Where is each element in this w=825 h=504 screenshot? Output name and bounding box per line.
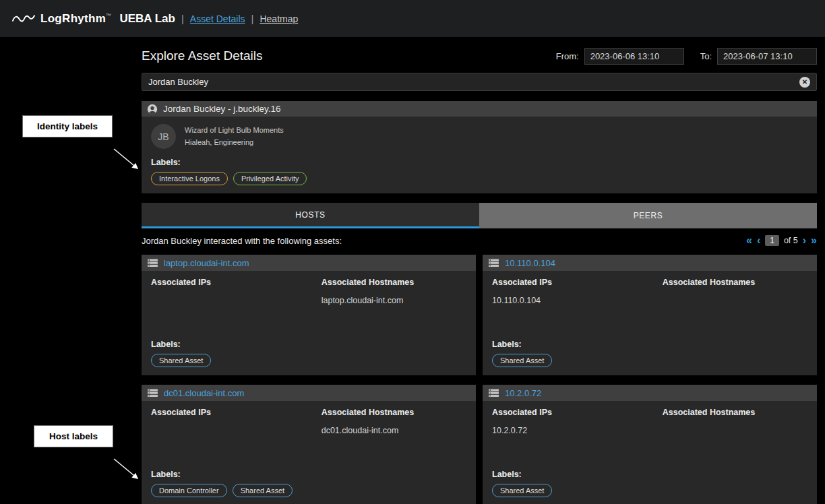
asset-link[interactable]: dc01.cloudai-int.com [164, 388, 244, 398]
identity-location: Hialeah, Engineering [185, 137, 284, 148]
assets-intro-text: Jordan Buckley interacted with the follo… [142, 236, 342, 246]
associated-hostname-value: dc01.cloudai-int.com [322, 426, 466, 436]
search-bar: ✕ [142, 73, 817, 91]
associated-ip-value [151, 296, 322, 306]
from-date-input[interactable] [584, 48, 684, 65]
identity-name: Jordan Buckley - j.buckley.16 [163, 104, 281, 114]
associated-hostnames-heading: Associated Hostnames [663, 278, 807, 287]
date-range-controls: From: To: [556, 48, 817, 65]
associated-ips-heading: Associated IPs [492, 408, 663, 417]
associated-ips-heading: Associated IPs [151, 278, 322, 287]
identity-label-interactive-logons: Interactive Logons [151, 172, 228, 185]
asset-card-10-110-0-104: 10.110.0.104 Associated IPs 10.110.0.104… [483, 255, 817, 375]
logrhythm-logo: LogRhythm™ [12, 12, 111, 26]
clear-search-icon[interactable]: ✕ [799, 77, 810, 88]
search-input[interactable] [148, 77, 799, 87]
to-date-input[interactable] [717, 48, 817, 65]
pagination-next-icon[interactable]: › [803, 235, 806, 246]
associated-ips-heading: Associated IPs [492, 278, 663, 287]
identity-title: Wizard of Light Bulb Moments [185, 125, 284, 136]
identity-card-body: JB Wizard of Light Bulb Moments Hialeah,… [142, 117, 817, 193]
tab-strip: HOSTS PEERS [142, 203, 817, 228]
identity-card: Jordan Buckley - j.buckley.16 JB Wizard … [142, 101, 817, 193]
asset-link[interactable]: laptop.cloudai-int.com [164, 258, 249, 268]
asset-label: Shared Asset [233, 484, 293, 497]
tab-hosts[interactable]: HOSTS [142, 203, 479, 228]
server-icon [488, 389, 499, 398]
logrhythm-wave-icon [12, 13, 35, 25]
annotation-arrow-host [111, 455, 145, 485]
labels-heading: Labels: [151, 158, 807, 167]
asset-label: Domain Controller [151, 484, 227, 497]
from-label: From: [556, 51, 579, 61]
server-icon [488, 259, 499, 267]
asset-card-header: 10.2.0.72 [483, 385, 817, 401]
nav-link-asset-details[interactable]: Asset Details [190, 13, 245, 24]
main-content: Explore Asset Details From: To: ✕ Jordan… [142, 37, 817, 504]
asset-label: Shared Asset [492, 354, 552, 367]
avatar: JB [151, 124, 176, 149]
labels-heading: Labels: [151, 470, 466, 479]
asset-card-laptop: laptop.cloudai-int.com Associated IPs As… [142, 255, 476, 375]
associated-hostname-value [663, 426, 807, 436]
trademark-symbol: ™ [106, 13, 111, 19]
server-icon [147, 259, 158, 267]
nav-separator: | [181, 13, 184, 24]
nav-separator: | [251, 13, 254, 24]
annotation-identity-labels: Identity labels [22, 115, 113, 137]
annotation-arrow-identity [111, 146, 145, 177]
associated-hostnames-heading: Associated Hostnames [322, 408, 466, 417]
asset-card-10-2-0-72: 10.2.0.72 Associated IPs 10.2.0.72 Assoc… [483, 385, 817, 504]
asset-label: Shared Asset [492, 484, 552, 497]
asset-grid: laptop.cloudai-int.com Associated IPs As… [142, 255, 817, 504]
server-icon [147, 389, 158, 398]
annotation-host-labels: Host labels [34, 425, 113, 447]
associated-ip-value: 10.110.0.104 [492, 296, 663, 306]
pagination-last-icon[interactable]: » [811, 235, 817, 246]
person-icon [147, 104, 158, 115]
associated-hostnames-heading: Associated Hostnames [663, 408, 807, 417]
nav-link-heatmap[interactable]: Heatmap [259, 13, 298, 24]
associated-hostnames-heading: Associated Hostnames [322, 278, 466, 287]
asset-link[interactable]: 10.110.0.104 [505, 258, 555, 268]
pagination: « ‹ 1 of 5 › » [746, 235, 817, 246]
identity-label-privileged-activity: Privileged Activity [233, 172, 307, 185]
associated-ips-heading: Associated IPs [151, 408, 322, 417]
to-label: To: [700, 51, 712, 61]
asset-card-dc01: dc01.cloudai-int.com Associated IPs Asso… [142, 385, 476, 504]
asset-card-header: dc01.cloudai-int.com [142, 385, 476, 401]
identity-card-header: Jordan Buckley - j.buckley.16 [142, 101, 817, 117]
labels-heading: Labels: [151, 340, 466, 349]
top-navbar: LogRhythm™ UEBA Lab | Asset Details | He… [0, 0, 825, 37]
associated-ip-value [151, 426, 322, 436]
associated-hostname-value [663, 296, 807, 306]
pagination-of-label: of 5 [784, 236, 798, 245]
tab-peers[interactable]: PEERS [479, 203, 817, 228]
pagination-prev-icon[interactable]: ‹ [757, 235, 760, 246]
logo-text: LogRhythm™ [40, 12, 111, 26]
labels-heading: Labels: [492, 340, 807, 349]
pagination-current-page: 1 [765, 235, 779, 246]
asset-link[interactable]: 10.2.0.72 [505, 388, 541, 398]
labels-heading: Labels: [492, 470, 807, 479]
pagination-first-icon[interactable]: « [746, 235, 752, 246]
associated-ip-value: 10.2.0.72 [492, 426, 663, 436]
asset-card-header: laptop.cloudai-int.com [142, 255, 476, 271]
page-title: Explore Asset Details [142, 49, 263, 63]
asset-card-header: 10.110.0.104 [483, 255, 817, 271]
app-title: UEBA Lab [119, 12, 175, 26]
associated-hostname-value: laptop.cloudai-int.com [322, 296, 466, 306]
asset-label: Shared Asset [151, 354, 211, 367]
